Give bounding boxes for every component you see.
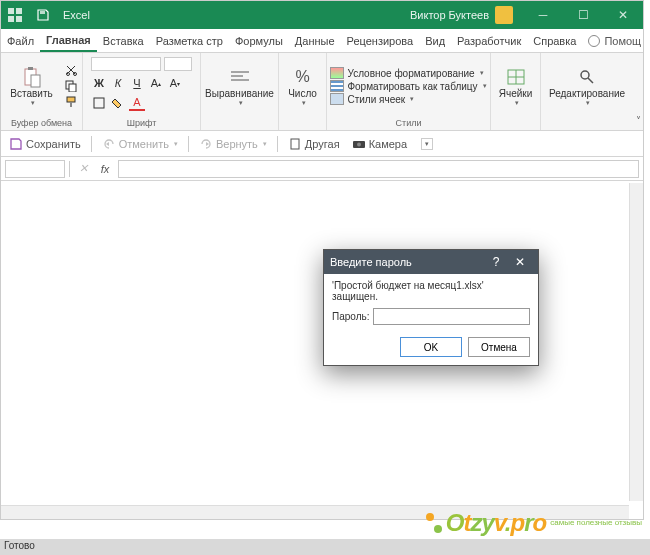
svg-rect-13 xyxy=(70,102,72,107)
user-avatar-icon[interactable] xyxy=(495,6,513,24)
qat-other-button[interactable]: Другая xyxy=(284,137,344,151)
cond-format-icon xyxy=(330,67,344,79)
status-text: Готово xyxy=(4,540,35,551)
group-alignment: Выравнивание▾ xyxy=(201,53,279,130)
qat-customize-button[interactable]: ▾ xyxy=(415,138,437,150)
fx-button[interactable]: fx xyxy=(96,160,114,178)
camera-icon xyxy=(352,137,366,151)
fill-color-button[interactable] xyxy=(110,95,126,111)
qat-redo-button[interactable]: Вернуть▾ xyxy=(195,137,271,151)
tab-page-layout[interactable]: Разметка стр xyxy=(150,29,229,52)
save-icon xyxy=(9,137,23,151)
svg-point-25 xyxy=(357,142,361,146)
bold-button[interactable]: Ж xyxy=(91,75,107,91)
dialog-close-button[interactable]: ✕ xyxy=(508,252,532,272)
tab-home[interactable]: Главная xyxy=(40,29,97,52)
svg-point-21 xyxy=(581,71,589,79)
password-label: Пароль: xyxy=(332,311,369,322)
collapse-ribbon-button[interactable]: ˅ xyxy=(633,53,643,130)
tab-insert[interactable]: Вставка xyxy=(97,29,150,52)
app-icon xyxy=(5,5,25,25)
editing-button[interactable]: Редактирование▾ xyxy=(543,64,631,109)
svg-rect-1 xyxy=(16,8,22,14)
dialog-message: 'Простой бюджет на месяц1.xlsx' защищен. xyxy=(332,280,530,302)
ribbon: Вставить▾ Буфер обмена Ж К xyxy=(1,53,643,131)
vertical-scrollbar[interactable] xyxy=(629,183,643,501)
table-icon xyxy=(330,80,344,92)
group-number: % Число▾ xyxy=(279,53,327,130)
cell-styles-button[interactable]: Стили ячеек▾ xyxy=(330,93,486,105)
formula-input[interactable] xyxy=(118,160,639,178)
svg-rect-11 xyxy=(69,84,76,92)
alignment-button[interactable]: Выравнивание▾ xyxy=(199,64,280,109)
tab-data[interactable]: Данные xyxy=(289,29,341,52)
save-icon[interactable] xyxy=(33,5,53,25)
qat-camera-button[interactable]: Камера xyxy=(348,137,411,151)
cancel-formula-button[interactable]: ✕ xyxy=(74,160,92,178)
svg-rect-3 xyxy=(16,16,22,22)
tab-developer[interactable]: Разработчик xyxy=(451,29,527,52)
watermark-tagline: самые полезные отзывы xyxy=(550,519,642,527)
chevron-down-icon: ▾ xyxy=(31,99,35,107)
number-format-button[interactable]: % Число▾ xyxy=(282,64,323,109)
name-box[interactable] xyxy=(5,160,65,178)
tab-view[interactable]: Вид xyxy=(419,29,451,52)
watermark: Otzyv.pro самые полезные отзывы xyxy=(422,509,642,537)
copy-button[interactable] xyxy=(63,79,79,93)
group-font: Ж К Ч A▴ A▾ A Шрифт xyxy=(83,53,201,130)
decrease-font-button[interactable]: A▾ xyxy=(167,75,183,91)
redo-icon xyxy=(199,137,213,151)
svg-rect-14 xyxy=(94,98,104,108)
close-button[interactable]: ✕ xyxy=(603,1,643,29)
svg-rect-0 xyxy=(8,8,14,14)
ribbon-tabs: Файл Главная Вставка Разметка стр Формул… xyxy=(1,29,643,53)
find-icon xyxy=(576,66,598,88)
svg-rect-4 xyxy=(40,11,45,14)
increase-font-button[interactable]: A▴ xyxy=(148,75,164,91)
format-as-table-button[interactable]: Форматировать как таблицу▾ xyxy=(330,80,486,92)
cells-icon xyxy=(505,66,527,88)
dialog-help-button[interactable]: ? xyxy=(484,252,508,272)
group-clipboard: Вставить▾ Буфер обмена xyxy=(1,53,83,130)
page-icon xyxy=(288,137,302,151)
font-name-select[interactable] xyxy=(91,57,161,71)
title-bar: Excel Виктор Буктеев ─ ☐ ✕ xyxy=(1,1,643,29)
italic-button[interactable]: К xyxy=(110,75,126,91)
font-color-button[interactable]: A xyxy=(129,95,145,111)
minimize-button[interactable]: ─ xyxy=(523,1,563,29)
underline-button[interactable]: Ч xyxy=(129,75,145,91)
group-styles: Условное форматирование▾ Форматировать к… xyxy=(327,53,491,130)
svg-line-22 xyxy=(588,78,593,83)
font-size-select[interactable] xyxy=(164,57,192,71)
password-input[interactable] xyxy=(373,308,530,325)
quick-access-toolbar: Сохранить Отменить▾ Вернуть▾ Другая Каме… xyxy=(1,131,643,157)
tab-review[interactable]: Рецензирова xyxy=(341,29,420,52)
tell-me[interactable]: Помощ xyxy=(582,29,647,52)
qat-undo-button[interactable]: Отменить▾ xyxy=(98,137,182,151)
chevron-down-icon: ▾ xyxy=(421,138,433,150)
user-name[interactable]: Виктор Буктеев xyxy=(410,9,489,21)
svg-rect-12 xyxy=(67,97,75,102)
paste-button[interactable]: Вставить▾ xyxy=(4,64,58,109)
format-painter-button[interactable] xyxy=(63,95,79,109)
cancel-button[interactable]: Отмена xyxy=(468,337,530,357)
svg-point-8 xyxy=(66,73,69,76)
excel-window: Excel Виктор Буктеев ─ ☐ ✕ Файл Главная … xyxy=(0,0,644,520)
tab-help[interactable]: Справка xyxy=(527,29,582,52)
ok-button[interactable]: OK xyxy=(400,337,462,357)
borders-button[interactable] xyxy=(91,95,107,111)
qat-save-button[interactable]: Сохранить xyxy=(5,137,85,151)
conditional-formatting-button[interactable]: Условное форматирование▾ xyxy=(330,67,486,79)
paste-icon xyxy=(21,66,43,88)
tab-formulas[interactable]: Формулы xyxy=(229,29,289,52)
worksheet-area[interactable] xyxy=(1,183,643,519)
password-dialog: Введите пароль ? ✕ 'Простой бюджет на ме… xyxy=(323,249,539,366)
dialog-titlebar[interactable]: Введите пароль ? ✕ xyxy=(324,250,538,274)
watermark-logo-icon xyxy=(422,513,442,533)
cut-button[interactable] xyxy=(63,63,79,77)
svg-rect-2 xyxy=(8,16,14,22)
cells-button[interactable]: Ячейки▾ xyxy=(493,64,539,109)
maximize-button[interactable]: ☐ xyxy=(563,1,603,29)
align-icon xyxy=(229,66,251,88)
tab-file[interactable]: Файл xyxy=(1,29,40,52)
